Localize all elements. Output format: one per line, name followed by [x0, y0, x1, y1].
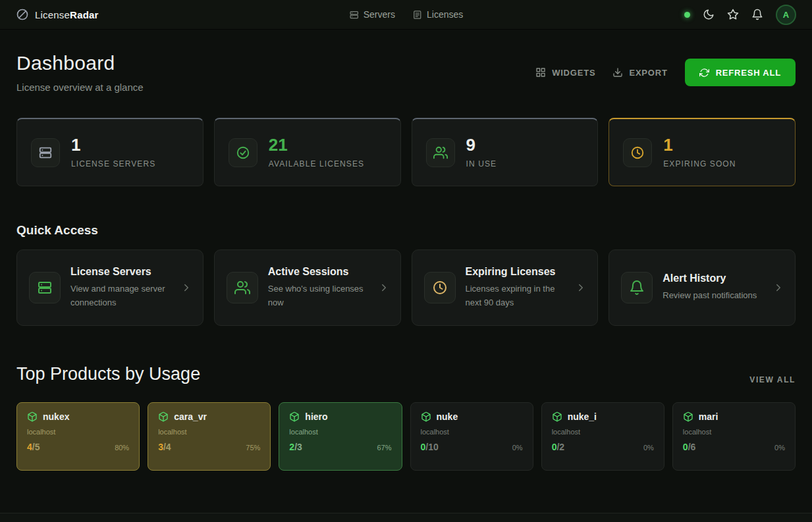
view-all-button[interactable]: VIEW ALL — [749, 375, 796, 384]
product-percent: 0% — [512, 444, 523, 452]
product-card-nukex[interactable]: nukex localhost 4/5 80% — [16, 402, 140, 471]
product-usage: 2/3 — [289, 442, 302, 452]
quick-card-title: Expiring Licenses — [466, 266, 566, 278]
stat-value: 9 — [466, 136, 497, 153]
package-cube-icon — [27, 411, 38, 422]
product-percent: 0% — [643, 444, 654, 452]
topbar: LicenseRadar Servers Licenses A — [0, 0, 812, 30]
product-name: cara_vr — [174, 411, 207, 422]
page-subtitle: License overview at a glance — [16, 82, 144, 93]
users-icon — [227, 272, 258, 303]
quick-card-alert-history[interactable]: Alert History Review past notifications — [609, 249, 796, 326]
brand[interactable]: LicenseRadar — [16, 8, 99, 21]
page-header: Dashboard License overview at a glance W… — [16, 52, 796, 93]
server-icon — [349, 10, 359, 20]
dark-mode-toggle-icon[interactable] — [703, 9, 715, 20]
clock-icon — [424, 272, 456, 303]
package-cube-icon — [683, 411, 693, 422]
brand-name: LicenseRadar — [35, 9, 99, 20]
quick-card-description: Licenses expiring in the next 90 days — [466, 282, 566, 309]
refresh-icon — [699, 68, 709, 78]
bell-icon — [621, 272, 653, 303]
product-host: localhost — [27, 428, 129, 436]
stat-label: EXPIRING SOON — [663, 159, 736, 169]
product-card-nuke[interactable]: nuke localhost 0/10 0% — [410, 402, 533, 471]
chevron-right-icon — [772, 282, 784, 294]
stat-label: LICENSE SERVERS — [71, 159, 155, 169]
main-content: Dashboard License overview at a glance W… — [0, 52, 812, 471]
package-cube-icon — [552, 411, 562, 422]
product-usage: 0/10 — [421, 442, 439, 452]
product-host: localhost — [158, 428, 260, 436]
quick-card-title: License Servers — [70, 266, 171, 278]
nav-licenses-label: Licenses — [427, 9, 463, 20]
product-usage: 3/4 — [158, 442, 171, 452]
product-name: hiero — [305, 411, 327, 422]
product-card-mari[interactable]: mari localhost 0/6 0% — [672, 402, 796, 471]
widgets-button[interactable]: WIDGETS — [535, 67, 595, 78]
chevron-right-icon — [378, 282, 390, 294]
export-button[interactable]: EXPORT — [612, 67, 667, 78]
quick-access-title: Quick Access — [16, 223, 796, 238]
product-name: nuke_i — [568, 411, 597, 422]
stat-label: AVAILABLE LICENSES — [269, 159, 364, 169]
product-usage: 0/2 — [552, 442, 564, 452]
chevron-right-icon — [575, 282, 587, 294]
server-icon — [31, 138, 60, 167]
package-cube-icon — [289, 411, 300, 422]
widgets-button-label: WIDGETS — [552, 68, 595, 78]
header-actions: WIDGETS EXPORT REFRESH ALL — [535, 59, 796, 86]
topbar-actions: A — [684, 5, 796, 25]
products-row: nukex localhost 4/5 80% cara_vr localhos… — [16, 402, 796, 471]
product-usage: 0/6 — [683, 442, 695, 452]
stat-label: IN USE — [466, 159, 497, 169]
nav-item-servers[interactable]: Servers — [349, 9, 395, 20]
stat-value: 1 — [71, 136, 155, 153]
quick-card-title: Alert History — [663, 273, 763, 284]
product-card-cara-vr[interactable]: cara_vr localhost 3/4 75% — [148, 402, 271, 471]
product-card-hiero[interactable]: hiero localhost 2/3 67% — [279, 402, 402, 471]
product-name: nuke — [437, 411, 458, 422]
package-cube-icon — [158, 411, 169, 422]
stat-card-license-servers: 1 LICENSE SERVERS — [16, 118, 203, 186]
top-nav: Servers Licenses — [349, 0, 464, 29]
quick-card-active-sessions[interactable]: Active Sessions See who's using licenses… — [214, 249, 401, 326]
quick-card-license-servers[interactable]: License Servers View and manage server c… — [16, 249, 203, 326]
avatar-initial: A — [783, 10, 789, 20]
connection-status-dot — [684, 12, 690, 18]
product-card-nuke-i[interactable]: nuke_i localhost 0/2 0% — [541, 402, 664, 471]
chevron-right-icon — [180, 282, 192, 294]
product-name: mari — [699, 411, 718, 422]
notifications-bell-icon[interactable] — [751, 9, 763, 20]
quick-card-expiring-licenses[interactable]: Expiring Licenses Licenses expiring in t… — [412, 249, 599, 326]
license-icon — [412, 10, 422, 20]
avatar[interactable]: A — [776, 5, 796, 25]
product-usage: 4/5 — [27, 442, 40, 452]
clock-icon — [623, 138, 652, 167]
check-circle-icon — [229, 138, 257, 167]
product-percent: 80% — [115, 444, 129, 452]
stats-row: 1 LICENSE SERVERS 21 AVAILABLE LICENSES … — [16, 118, 796, 186]
product-percent: 67% — [377, 444, 391, 452]
quick-card-description: Review past notifications — [663, 289, 763, 302]
refresh-all-button[interactable]: REFRESH ALL — [685, 59, 796, 86]
nav-servers-label: Servers — [364, 9, 395, 20]
download-icon — [612, 67, 623, 78]
product-host: localhost — [552, 428, 654, 436]
quick-access-row: License Servers View and manage server c… — [16, 249, 796, 326]
product-host: localhost — [421, 428, 523, 436]
stat-card-in-use: 9 IN USE — [412, 118, 599, 186]
nav-item-licenses[interactable]: Licenses — [412, 9, 463, 20]
stat-card-expiring-soon: 1 EXPIRING SOON — [609, 118, 796, 186]
package-cube-icon — [421, 411, 431, 422]
favorites-star-icon[interactable] — [727, 9, 739, 20]
radar-logo-icon — [16, 8, 29, 21]
top-products-title: Top Products by Usage — [16, 364, 200, 384]
refresh-all-button-label: REFRESH ALL — [716, 68, 781, 78]
quick-card-description: See who's using licenses now — [268, 282, 368, 309]
top-products-header: Top Products by Usage VIEW ALL — [16, 364, 796, 384]
quick-card-title: Active Sessions — [268, 266, 368, 278]
stat-card-available-licenses: 21 AVAILABLE LICENSES — [214, 118, 401, 186]
quick-card-description: View and manage server connections — [70, 282, 171, 309]
product-percent: 75% — [246, 444, 260, 452]
